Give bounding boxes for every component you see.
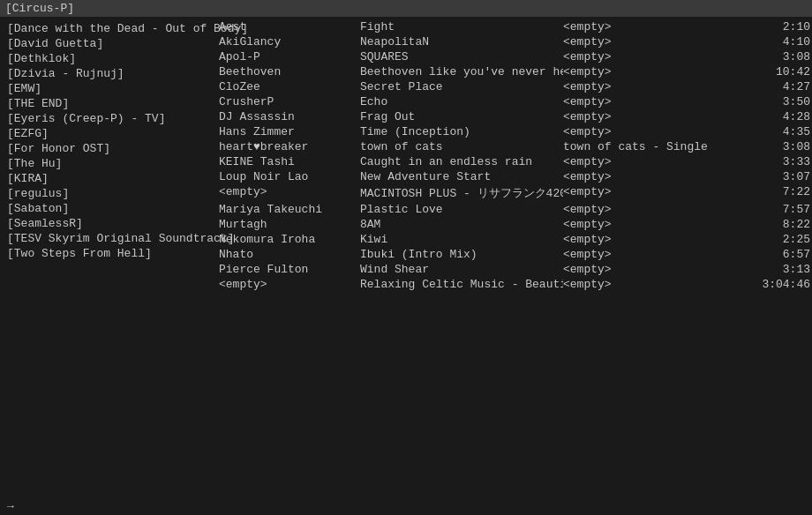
track-artist: Hans Zimmer <box>219 125 360 138</box>
track-duration: 3:07 <box>740 170 810 183</box>
track-row[interactable]: Hans ZimmerTime (Inception)<empty>4:35 <box>212 124 812 139</box>
track-title: Wind Shear <box>360 263 563 276</box>
track-title: Echo <box>360 95 563 108</box>
track-artist: AkiGlancy <box>219 35 360 49</box>
main-content: AestFight<empty>2:10AkiGlancyNeapolitaN<… <box>212 19 812 497</box>
track-duration: 8:22 <box>740 218 810 231</box>
track-album: <empty> <box>563 125 740 138</box>
track-artist: <empty> <box>219 278 360 291</box>
track-artist: Mariya Takeuchi <box>219 203 360 216</box>
track-album: <empty> <box>563 218 740 231</box>
track-row[interactable]: Pierce FultonWind Shear<empty>3:13 <box>212 262 812 277</box>
track-album: <empty> <box>563 20 740 34</box>
sidebar-item[interactable]: [THE END] <box>0 96 212 111</box>
sidebar-item[interactable]: [SeamlessR] <box>0 216 212 231</box>
sidebar-item[interactable]: [regulus] <box>0 186 212 201</box>
track-album: <empty> <box>563 278 740 291</box>
track-artist: CrusherP <box>219 95 360 108</box>
track-album: <empty> <box>563 170 740 183</box>
track-album: <empty> <box>563 95 740 108</box>
track-duration: 6:57 <box>740 248 810 261</box>
sidebar-item[interactable]: [Dance with the Dead - Out of Body] <box>0 21 212 36</box>
sidebar-item[interactable]: [Eyeris (Creep-P) - TV] <box>0 111 212 126</box>
track-album: <empty> <box>563 50 740 63</box>
track-row[interactable]: Mariya TakeuchiPlastic Love<empty>7:57 <box>212 202 812 217</box>
track-row[interactable]: <empty>Relaxing Celtic Music - Beautifu<… <box>212 277 812 292</box>
track-title: SQUARES <box>360 50 563 63</box>
track-duration: 4:35 <box>740 125 810 138</box>
sidebar-item[interactable]: [TESV Skyrim Original Soundtrack] <box>0 231 212 246</box>
sidebar-item[interactable]: [For Honor OST] <box>0 141 212 156</box>
track-title: 8AM <box>360 218 563 231</box>
track-row[interactable]: <empty>MACINTOSH PLUS - リサフランク420<empty>… <box>212 184 812 202</box>
track-title: Relaxing Celtic Music - Beautifu <box>360 278 563 291</box>
track-title: Kiwi <box>360 233 563 246</box>
track-album: <empty> <box>563 155 740 168</box>
track-artist: KEINE Tashi <box>219 155 360 168</box>
track-title: NeapolitaN <box>360 35 563 49</box>
sidebar: [Dance with the Dead - Out of Body][Davi… <box>0 19 212 263</box>
track-title: Ibuki (Intro Mix) <box>360 248 563 261</box>
track-row[interactable]: Loup Noir LaoNew Adventure Start<empty>3… <box>212 169 812 184</box>
track-title: MACINTOSH PLUS - リサフランク420 <box>360 185 563 201</box>
track-album: <empty> <box>563 80 740 93</box>
track-row[interactable]: Apol-PSQUARES<empty>3:08 <box>212 49 812 64</box>
track-duration: 4:27 <box>740 80 810 93</box>
sidebar-item[interactable]: [EMW] <box>0 81 212 96</box>
track-duration: 4:28 <box>740 110 810 123</box>
track-artist: heart♥breaker <box>219 140 360 153</box>
sidebar-item[interactable]: [EZFG] <box>0 126 212 141</box>
title-bar: [Circus-P] <box>0 0 812 17</box>
track-artist: <empty> <box>219 185 360 201</box>
track-album: <empty> <box>563 263 740 276</box>
track-artist: Nhato <box>219 248 360 261</box>
prompt-icon: → <box>7 500 14 513</box>
track-artist: Aest <box>219 20 360 34</box>
track-album: <empty> <box>563 65 740 78</box>
track-duration: 10:42 <box>740 65 810 78</box>
track-artist: Beethoven <box>219 65 360 78</box>
track-row[interactable]: AkiGlancyNeapolitaN<empty>4:10 <box>212 34 812 49</box>
sidebar-item[interactable]: [David Guetta] <box>0 36 212 51</box>
track-row[interactable]: BeethovenBeethoven like you've never hea… <box>212 64 812 79</box>
track-title: Fight <box>360 20 563 34</box>
track-artist: Loup Noir Lao <box>219 170 360 183</box>
track-album: <empty> <box>563 35 740 49</box>
track-duration: 3:08 <box>740 140 810 153</box>
track-row[interactable]: NhatoIbuki (Intro Mix)<empty>6:57 <box>212 247 812 262</box>
track-row[interactable]: Nekomura IrohaKiwi<empty>2:25 <box>212 232 812 247</box>
title-text: [Circus-P] <box>5 2 74 15</box>
track-artist: Pierce Fulton <box>219 263 360 276</box>
sidebar-item[interactable]: [Sabaton] <box>0 201 212 216</box>
sidebar-item[interactable]: [Dethklok] <box>0 51 212 66</box>
track-artist: CloZee <box>219 80 360 93</box>
track-title: town of cats <box>360 140 563 153</box>
track-row[interactable]: AestFight<empty>2:10 <box>212 19 812 34</box>
track-title: Secret Place <box>360 80 563 93</box>
track-artist: Nekomura Iroha <box>219 233 360 246</box>
sidebar-item[interactable]: [Two Steps From Hell] <box>0 246 212 261</box>
track-row[interactable]: KEINE TashiCaught in an endless rain<emp… <box>212 154 812 169</box>
track-duration: 7:57 <box>740 203 810 216</box>
sidebar-item[interactable]: [Dzivia - Rujnuj] <box>0 66 212 81</box>
track-duration: 3:50 <box>740 95 810 108</box>
track-row[interactable]: CrusherPEcho<empty>3:50 <box>212 94 812 109</box>
track-album: <empty> <box>563 185 740 201</box>
track-album: <empty> <box>563 248 740 261</box>
track-album: <empty> <box>563 233 740 246</box>
track-album: <empty> <box>563 203 740 216</box>
track-title: New Adventure Start <box>360 170 563 183</box>
track-duration: 3:33 <box>740 155 810 168</box>
sidebar-item[interactable]: [KIRA] <box>0 171 212 186</box>
track-row[interactable]: heart♥breakertown of catstown of cats - … <box>212 139 812 154</box>
track-title: Plastic Love <box>360 203 563 216</box>
sidebar-item[interactable]: [The Hu] <box>0 156 212 171</box>
track-album: town of cats - Single <box>563 140 740 153</box>
track-row[interactable]: Murtagh8AM<empty>8:22 <box>212 217 812 232</box>
track-row[interactable]: DJ AssassinFrag Out<empty>4:28 <box>212 109 812 124</box>
track-duration: 3:04:46 <box>740 278 810 291</box>
track-row[interactable]: CloZeeSecret Place<empty>4:27 <box>212 79 812 94</box>
track-duration: 3:08 <box>740 50 810 63</box>
track-duration: 4:10 <box>740 35 810 49</box>
track-artist: DJ Assassin <box>219 110 360 123</box>
